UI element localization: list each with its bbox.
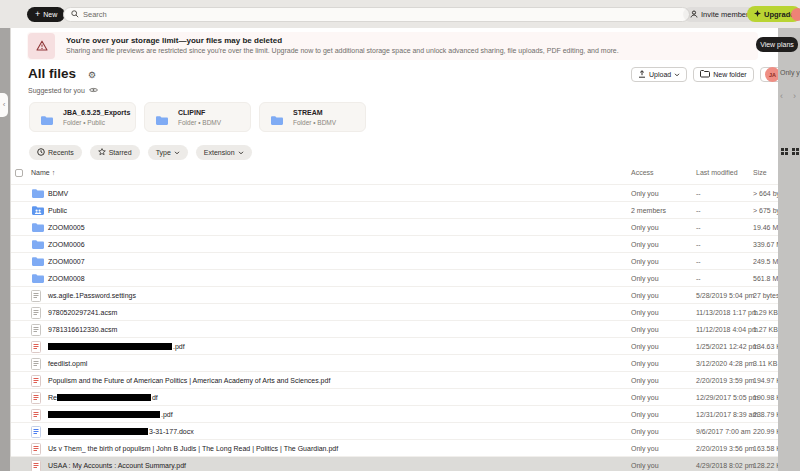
banner-subtitle: Sharing and file previews are restricted… bbox=[66, 47, 619, 54]
file-size: 1.27 KB bbox=[753, 326, 778, 333]
star-icon bbox=[98, 148, 106, 157]
filter-pills: RecentsStarredTypeExtension bbox=[29, 145, 252, 160]
file-last-modified: 4/29/2018 8:02 pm bbox=[696, 462, 754, 469]
filter-pill-label: Extension bbox=[204, 149, 235, 156]
column-header-name[interactable]: Name ↑ bbox=[31, 169, 55, 176]
user-avatar[interactable]: JA bbox=[765, 67, 778, 82]
pager-prev-icon[interactable]: ‹ bbox=[780, 91, 783, 101]
table-row[interactable]: 9780520297241.acsmOnly you11/13/2018 1:1… bbox=[11, 303, 778, 320]
file-last-modified: 2/20/2019 3:59 pm bbox=[696, 377, 754, 384]
file-access: Only you bbox=[631, 326, 659, 333]
suggested-card-STREAM[interactable]: STREAMFolder • BDMV bbox=[259, 102, 366, 132]
table-header: Name ↑ Access Last modified Size bbox=[11, 166, 778, 183]
filter-pill-starred[interactable]: Starred bbox=[90, 145, 140, 160]
suggested-card-CLIPINF[interactable]: CLIPINFFolder • BDMV bbox=[144, 102, 251, 132]
file-size: 194.97 KB bbox=[753, 377, 778, 384]
table-row[interactable]: feedlist.opmlOnly you3/12/2020 4:28 pm3.… bbox=[11, 354, 778, 371]
suggested-card-JBA_6.5.25_Exports[interactable]: JBA_6.5.25_ExportsFolder • Public bbox=[29, 102, 136, 132]
new-button-label: New bbox=[43, 11, 57, 18]
card-folder-name: JBA_6.5.25_Exports bbox=[63, 109, 130, 116]
eye-icon[interactable] bbox=[89, 87, 98, 94]
file-name: 9780520297241.acsm bbox=[48, 309, 117, 316]
file-access: 2 members bbox=[631, 207, 666, 214]
search-input[interactable]: Search bbox=[63, 7, 690, 22]
view-plans-button[interactable]: View plans bbox=[756, 37, 798, 52]
file-size: 1.29 KB bbox=[753, 309, 778, 316]
column-header-access[interactable]: Access bbox=[631, 169, 654, 176]
upgrade-label: Upgrade bbox=[764, 10, 794, 19]
filter-pill-extension[interactable]: Extension bbox=[196, 145, 252, 160]
file-size: 3.11 KB bbox=[753, 360, 777, 367]
file-access: Only you bbox=[631, 224, 659, 231]
file-name: 3-31-177.docx bbox=[48, 428, 194, 436]
folder-shared-icon bbox=[31, 205, 45, 217]
file-size: 19.46 MB bbox=[753, 224, 778, 231]
table-row[interactable]: ZOOM0007Only you--249.5 MB bbox=[11, 252, 778, 269]
column-header-size[interactable]: Size bbox=[753, 169, 767, 176]
file-access: Only you bbox=[631, 377, 659, 384]
column-header-modified[interactable]: Last modified bbox=[696, 169, 738, 176]
select-all-checkbox[interactable] bbox=[15, 169, 23, 177]
file-name: feedlist.opml bbox=[48, 360, 87, 367]
new-button[interactable]: + New bbox=[27, 7, 65, 22]
file-access: Only you bbox=[631, 445, 659, 452]
list-view-toggle-icon[interactable] bbox=[781, 148, 784, 151]
table-row[interactable]: Us v Them_ the birth of populism | John … bbox=[11, 439, 778, 456]
upload-icon bbox=[638, 70, 646, 79]
file-size: > 675 bytes bbox=[753, 207, 778, 214]
table-row[interactable]: RedfOnly you12/29/2017 5:05 pm190.98 KB bbox=[11, 388, 778, 405]
table-row[interactable]: 9781316612330.acsmOnly you11/12/2018 4:0… bbox=[11, 320, 778, 337]
file-last-modified: 2/20/2019 3:56 pm bbox=[696, 445, 754, 452]
file-last-modified: -- bbox=[696, 207, 701, 214]
table-row[interactable]: .pdfOnly you1/25/2021 12:42 pm134.63 KB bbox=[11, 337, 778, 354]
file-access: Only you bbox=[631, 428, 659, 435]
file-name: .pdf bbox=[48, 343, 185, 351]
file-size: 27 bytes bbox=[753, 292, 778, 299]
file-size: 163.58 KB bbox=[753, 445, 778, 452]
gear-icon[interactable]: ⚙ bbox=[88, 70, 96, 80]
table-row[interactable]: 3-31-177.docxOnly you9/6/2017 7:00 am220… bbox=[11, 422, 778, 439]
sidebar-collapse-handle[interactable]: ‹ bbox=[0, 93, 8, 117]
table-row[interactable]: Public2 members--> 675 bytes bbox=[11, 201, 778, 218]
file-name: .pdf bbox=[48, 411, 173, 419]
account-avatar[interactable] bbox=[791, 8, 800, 21]
table-row[interactable]: BDMVOnly you--> 664 bytes bbox=[11, 184, 778, 201]
pager-next-icon[interactable]: › bbox=[793, 91, 796, 101]
file-pdf-icon bbox=[31, 460, 41, 471]
filter-pill-type[interactable]: Type bbox=[148, 145, 188, 160]
table-row[interactable]: ZOOM0005Only you--19.46 MB bbox=[11, 218, 778, 235]
storage-warning-banner: You're over your storage limit—your file… bbox=[27, 32, 758, 60]
file-size: 220.99 KB bbox=[753, 428, 778, 435]
filter-pill-recents[interactable]: Recents bbox=[29, 145, 82, 160]
file-name: ZOOM0006 bbox=[48, 241, 85, 248]
page-title: All files bbox=[28, 66, 76, 81]
suggested-for-you-label: Suggested for you bbox=[28, 87, 98, 94]
invite-members-label: Invite members bbox=[701, 10, 752, 19]
file-name: Us v Them_ the birth of populism | John … bbox=[48, 445, 338, 452]
file-size: 561.8 MB bbox=[753, 275, 778, 282]
table-row[interactable]: ZOOM0006Only you--339.67 MB bbox=[11, 235, 778, 252]
card-folder-name: STREAM bbox=[293, 109, 323, 116]
suggested-cards: JBA_6.5.25_ExportsFolder • PublicCLIPINF… bbox=[29, 102, 366, 132]
table-row[interactable]: ws.agile.1Password.settingsOnly you5/28/… bbox=[11, 286, 778, 303]
table-row[interactable]: ZOOM0008Only you--561.8 MB bbox=[11, 269, 778, 286]
suggested-text: Suggested for you bbox=[28, 87, 85, 94]
file-access: Only you bbox=[631, 258, 659, 265]
table-row[interactable]: USAA : My Accounts : Account Summary.pdf… bbox=[11, 456, 778, 471]
file-name: ZOOM0005 bbox=[48, 224, 85, 231]
file-access: Only you bbox=[631, 292, 659, 299]
search-placeholder: Search bbox=[83, 10, 107, 19]
name-column-label: Name bbox=[31, 169, 50, 176]
new-folder-button[interactable]: New folder bbox=[693, 67, 753, 82]
upload-button[interactable]: Upload bbox=[631, 67, 687, 82]
file-last-modified: -- bbox=[696, 258, 701, 265]
card-folder-meta: Folder • Public bbox=[63, 119, 105, 126]
folder-icon bbox=[31, 256, 45, 268]
header-actions: Upload New folder Open app bbox=[631, 67, 778, 82]
table-row[interactable]: .pdfOnly you12/31/2017 8:39 am238.79 KB bbox=[11, 405, 778, 422]
table-row[interactable]: Populism and the Future of American Poli… bbox=[11, 371, 778, 388]
new-folder-icon bbox=[700, 70, 710, 79]
grid-view-toggle-icon[interactable] bbox=[792, 148, 795, 151]
warning-icon-box bbox=[28, 33, 55, 59]
filter-pill-label: Starred bbox=[109, 149, 132, 156]
